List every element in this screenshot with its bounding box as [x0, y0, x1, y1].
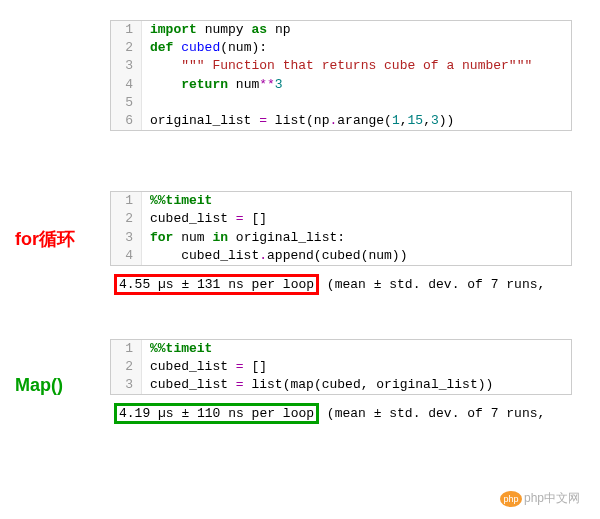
code-line: 3cubed_list = list(map(cubed, original_l… [111, 376, 571, 394]
line-number: 3 [111, 376, 142, 394]
code-text: cubed_list = [] [142, 358, 267, 376]
line-number: 1 [111, 192, 142, 210]
code-line: 2def cubed(num): [111, 39, 571, 57]
code-frame: 1%%timeit2cubed_list = []3cubed_list = l… [110, 339, 572, 396]
code-line: 2cubed_list = [] [111, 358, 571, 376]
line-number: 2 [111, 39, 142, 57]
line-number: 2 [111, 210, 142, 228]
timing-rest: (mean ± std. dev. of 7 runs, [319, 277, 545, 292]
code-line: 3 """ Function that returns cube of a nu… [111, 57, 571, 75]
line-number: 4 [111, 76, 142, 94]
code-line: 5 [111, 94, 571, 112]
code-line: 1import numpy as np [111, 21, 571, 39]
code-text: import numpy as np [142, 21, 290, 39]
line-number: 3 [111, 229, 142, 247]
code-line: 1%%timeit [111, 192, 571, 210]
line-number: 4 [111, 247, 142, 265]
line-number: 3 [111, 57, 142, 75]
line-number: 6 [111, 112, 142, 130]
code-frame: 1import numpy as np2def cubed(num):3 """… [110, 20, 572, 131]
code-text: """ Function that returns cube of a numb… [142, 57, 532, 75]
code-line: 2cubed_list = [] [111, 210, 571, 228]
code-line: 4 cubed_list.append(cubed(num)) [111, 247, 571, 265]
code-line: 4 return num**3 [111, 76, 571, 94]
code-line: 3for num in original_list: [111, 229, 571, 247]
line-number: 5 [111, 94, 142, 112]
code-block-for: for循环 1%%timeit2cubed_list = []3for num … [110, 191, 590, 299]
code-line: 1%%timeit [111, 340, 571, 358]
code-block-top: 1import numpy as np2def cubed(num):3 """… [110, 20, 590, 131]
code-text [142, 94, 158, 112]
code-block-map: Map() 1%%timeit2cubed_list = []3cubed_li… [110, 339, 590, 429]
code-line: 6original_list = list(np.arange(1,15,3)) [111, 112, 571, 130]
timing-output: 4.19 µs ± 110 ns per loop (mean ± std. d… [110, 397, 590, 428]
line-number: 2 [111, 358, 142, 376]
timing-rest: (mean ± std. dev. of 7 runs, [319, 406, 545, 421]
code-text: %%timeit [142, 192, 212, 210]
line-number: 1 [111, 21, 142, 39]
label-for: for循环 [15, 227, 75, 251]
code-text: original_list = list(np.arange(1,15,3)) [142, 112, 454, 130]
code-text: cubed_list.append(cubed(num)) [142, 247, 407, 265]
code-text: def cubed(num): [142, 39, 267, 57]
code-text: cubed_list = [] [142, 210, 267, 228]
code-frame: 1%%timeit2cubed_list = []3for num in ori… [110, 191, 572, 266]
code-text: for num in original_list: [142, 229, 345, 247]
timing-output: 4.55 µs ± 131 ns per loop (mean ± std. d… [110, 268, 590, 299]
timing-highlight-red: 4.55 µs ± 131 ns per loop [114, 274, 319, 295]
line-number: 1 [111, 340, 142, 358]
code-text: cubed_list = list(map(cubed, original_li… [142, 376, 493, 394]
label-map: Map() [15, 375, 63, 396]
timing-highlight-green: 4.19 µs ± 110 ns per loop [114, 403, 319, 424]
code-text: %%timeit [142, 340, 212, 358]
code-text: return num**3 [142, 76, 283, 94]
